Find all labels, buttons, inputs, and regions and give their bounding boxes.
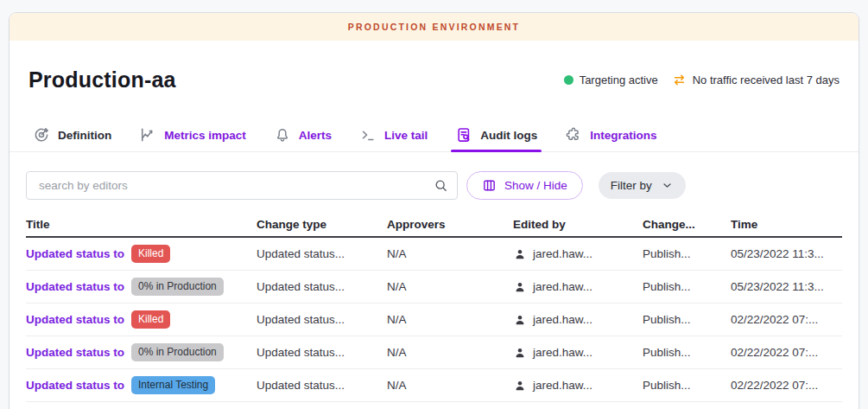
title-cell: Updated status to 0% in Production: [26, 278, 257, 295]
production-environment-banner: PRODUCTION ENVIRONMENT: [10, 13, 858, 41]
edited-by-cell: jared.haw...: [513, 280, 643, 294]
tab-metrics-impact[interactable]: Metrics impact: [139, 126, 246, 151]
edited-by-label: jared.haw...: [533, 280, 592, 293]
time-cell: 02/22/2022 07:...: [731, 313, 842, 326]
tab-definition[interactable]: Definition: [33, 126, 111, 151]
edited-by-cell: jared.haw...: [513, 313, 643, 327]
page-title: Production-aa: [29, 67, 176, 93]
search-box: [26, 171, 458, 200]
edited-by-cell: jared.haw...: [513, 379, 643, 393]
change-type-cell: Updated status...: [257, 280, 387, 293]
time-cell: 05/23/2022 11:3...: [731, 280, 842, 293]
status-group: Targeting active No traffic received las…: [564, 73, 839, 87]
swap-arrows-icon: [672, 73, 687, 87]
targeting-status-label: Targeting active: [580, 73, 658, 86]
tab-alerts[interactable]: Alerts: [274, 126, 332, 151]
definition-icon: [33, 126, 50, 144]
change-cell: Publish...: [643, 379, 731, 392]
change-type-cell: Updated status...: [257, 247, 387, 260]
banner-label: PRODUCTION ENVIRONMENT: [348, 22, 521, 32]
edited-by-cell: jared.haw...: [513, 346, 643, 360]
column-header-approvers: Approvers: [387, 218, 513, 231]
table-row[interactable]: Updated status to Killed Updated status.…: [26, 238, 842, 271]
filter-by-button[interactable]: Filter by: [599, 172, 686, 199]
title-cell: Updated status to Killed: [26, 245, 257, 262]
row-title-link[interactable]: Updated status to: [26, 280, 124, 293]
approvers-cell: N/A: [387, 313, 513, 326]
approvers-cell: N/A: [387, 346, 513, 359]
row-title-link[interactable]: Updated status to: [26, 313, 124, 326]
table-row[interactable]: Updated status to Internal Testing Updat…: [26, 369, 842, 402]
title-cell: Updated status to Killed: [26, 310, 257, 328]
tab-audit-logs[interactable]: Audit logs: [455, 126, 537, 151]
toolbar: Show / Hide Filter by: [26, 171, 842, 200]
title-cell: Updated status to Internal Testing: [26, 376, 257, 393]
filter-by-label: Filter by: [611, 179, 652, 192]
chevron-down-icon: [661, 179, 674, 192]
approvers-cell: N/A: [387, 280, 513, 293]
tab-integrations[interactable]: Integrations: [565, 126, 656, 151]
audit-logs-icon: [455, 126, 472, 144]
time-cell: 02/22/2022 07:...: [731, 379, 842, 392]
person-icon: [513, 280, 527, 294]
change-cell: Publish...: [643, 280, 731, 293]
approvers-cell: N/A: [387, 247, 513, 260]
edited-by-label: jared.haw...: [533, 346, 592, 359]
audit-log-table: TitleChange typeApproversEdited byChange…: [26, 212, 842, 402]
table-body: Updated status to Killed Updated status.…: [26, 238, 842, 402]
time-cell: 02/22/2022 07:...: [731, 346, 842, 359]
row-title-link[interactable]: Updated status to: [26, 379, 124, 392]
table-row[interactable]: Updated status to Killed Updated status.…: [26, 304, 842, 336]
columns-icon: [482, 178, 497, 193]
traffic-status-label: No traffic received last 7 days: [693, 73, 839, 86]
status-badge: Killed: [131, 310, 170, 328]
tab-live-tail[interactable]: Live tail: [359, 126, 428, 151]
edited-by-cell: jared.haw...: [513, 247, 643, 261]
status-badge: 0% in Production: [131, 278, 224, 295]
puzzle-icon: [565, 126, 582, 144]
person-icon: [513, 346, 527, 360]
person-icon: [513, 313, 527, 327]
tab-bar: Definition Metrics impact Alerts Live ta…: [10, 126, 858, 152]
terminal-icon: [359, 126, 377, 144]
status-badge: Internal Testing: [131, 376, 215, 393]
person-icon: [513, 379, 527, 393]
time-cell: 05/23/2022 11:3...: [731, 247, 842, 260]
column-header-time: Time: [731, 218, 842, 231]
show-hide-label: Show / Hide: [504, 179, 567, 192]
column-header-edited-by: Edited by: [513, 218, 643, 231]
search-input[interactable]: [37, 178, 434, 193]
table-row[interactable]: Updated status to 0% in Production Updat…: [26, 336, 842, 369]
change-type-cell: Updated status...: [257, 379, 387, 392]
bell-icon: [274, 126, 291, 144]
column-header-change: Change...: [643, 218, 731, 231]
edited-by-label: jared.haw...: [533, 247, 592, 260]
change-cell: Publish...: [643, 313, 731, 326]
feature-gate-card: PRODUCTION ENVIRONMENT Production-aa Tar…: [9, 12, 859, 409]
edited-by-label: jared.haw...: [533, 379, 592, 392]
column-header-change-type: Change type: [257, 218, 387, 231]
change-cell: Publish...: [643, 247, 731, 260]
change-type-cell: Updated status...: [257, 313, 387, 326]
edited-by-label: jared.haw...: [533, 313, 592, 326]
status-badge: 0% in Production: [131, 343, 224, 361]
column-header-title: Title: [26, 218, 257, 231]
table-row[interactable]: Updated status to 0% in Production Updat…: [26, 271, 842, 304]
status-dot-icon: [564, 75, 573, 85]
show-hide-button[interactable]: Show / Hide: [466, 171, 583, 200]
row-title-link[interactable]: Updated status to: [26, 346, 124, 359]
approvers-cell: N/A: [387, 379, 513, 392]
targeting-status: Targeting active: [564, 73, 658, 86]
change-type-cell: Updated status...: [257, 346, 387, 359]
traffic-status: No traffic received last 7 days: [672, 73, 839, 87]
status-badge: Killed: [131, 245, 170, 262]
page-header: Production-aa Targeting active No traffi…: [10, 41, 858, 94]
row-title-link[interactable]: Updated status to: [26, 247, 124, 260]
metrics-icon: [139, 126, 156, 144]
person-icon: [513, 247, 527, 261]
table-header: TitleChange typeApproversEdited byChange…: [26, 212, 842, 238]
title-cell: Updated status to 0% in Production: [26, 343, 257, 361]
change-cell: Publish...: [643, 346, 731, 359]
search-icon: [434, 178, 448, 193]
